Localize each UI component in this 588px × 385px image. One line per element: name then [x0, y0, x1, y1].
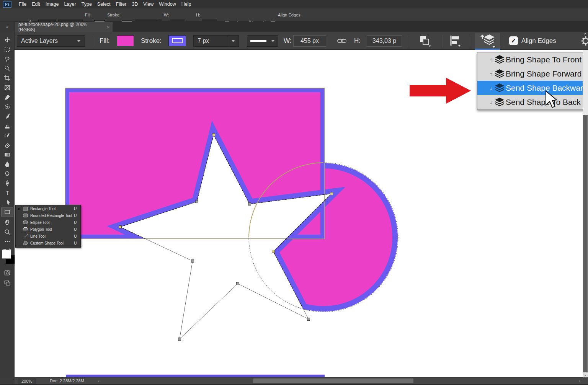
- menu-type[interactable]: Type: [79, 0, 95, 8]
- edit-toolbar-icon[interactable]: [3, 237, 12, 246]
- zoom-level-field[interactable]: 200%: [18, 378, 36, 383]
- tool-bar: T: [0, 32, 15, 378]
- quick-mask-mode-icon[interactable]: [3, 269, 12, 277]
- vertical-scrollbar-thumb[interactable]: [583, 115, 588, 383]
- height-field[interactable]: 343,03 p: [367, 35, 402, 47]
- layer-stack-icon: [494, 83, 505, 95]
- quick-selection-tool[interactable]: [3, 64, 12, 73]
- menu-layer[interactable]: Layer: [61, 0, 78, 8]
- path-alignment-button[interactable]: [446, 34, 466, 48]
- rectangular-marquee-tool[interactable]: [3, 45, 12, 54]
- pen-tool[interactable]: [3, 179, 12, 188]
- blur-tool[interactable]: [3, 160, 12, 168]
- fill-swatch[interactable]: [117, 35, 134, 46]
- hand-tool[interactable]: [3, 218, 12, 227]
- type-tool[interactable]: T: [3, 189, 12, 197]
- tab-close-icon[interactable]: ×: [106, 24, 109, 30]
- crop-tool[interactable]: [3, 74, 12, 82]
- path-selection-tool[interactable]: [3, 198, 12, 207]
- layer-stack-icon: [494, 97, 505, 109]
- menu-select[interactable]: Select: [95, 0, 113, 8]
- width-label: W:: [284, 32, 291, 50]
- height-label: H:: [354, 32, 361, 50]
- fill-label: Fill:: [100, 32, 109, 50]
- menu-image[interactable]: Image: [43, 0, 62, 8]
- layer-stack-icon: [494, 69, 505, 80]
- dodge-tool[interactable]: [3, 170, 12, 178]
- menu-item-send-shape-backward[interactable]: ↓ Send Shape Backward: [477, 81, 588, 95]
- chevron-down-icon: [231, 40, 235, 42]
- clone-stamp-tool[interactable]: [3, 122, 12, 130]
- stroke-width-value: 7 px: [198, 38, 209, 44]
- lasso-tool[interactable]: [3, 55, 12, 63]
- screen-mode-icon[interactable]: [3, 278, 12, 287]
- polygon-icon: [23, 227, 29, 232]
- link-dimensions-icon[interactable]: [337, 38, 346, 46]
- status-chevron-icon[interactable]: ›: [98, 378, 100, 383]
- rounded-rectangle-icon: [23, 213, 29, 218]
- brush-tool[interactable]: [3, 112, 12, 121]
- eraser-tool[interactable]: [3, 141, 12, 149]
- menu-item-bring-shape-to-front[interactable]: ↑ Bring Shape To Front: [477, 52, 588, 67]
- frame-tool[interactable]: [3, 83, 12, 92]
- arrange-dropdown-menu: ↑ Bring Shape To Front ↑ Bring Shape For…: [477, 52, 588, 110]
- menu-3d[interactable]: 3D: [129, 0, 140, 8]
- history-brush-tool[interactable]: [3, 131, 12, 140]
- document-tab[interactable]: ps-tut-tool-shape-20.png @ 200% (RGB/8) …: [15, 22, 113, 32]
- eyedropper-tool[interactable]: [3, 93, 12, 101]
- layer-stack-icon: [494, 55, 505, 66]
- flyout-rounded-rectangle-tool[interactable]: Rounded Rectangle ToolU: [16, 212, 80, 219]
- rectangle-icon: [23, 206, 29, 211]
- document-tab-title: ps-tut-tool-shape-20.png @ 200% (RGB/8): [18, 22, 103, 33]
- photoshop-window: Ps File Edit Image Layer Type Select Fil…: [0, 0, 588, 385]
- toolbar-collapse-button[interactable]: »: [0, 21, 15, 32]
- menu-view[interactable]: View: [140, 0, 156, 8]
- menu-filter[interactable]: Filter: [113, 0, 129, 8]
- selected-bullet: [18, 208, 20, 210]
- path-arrangement-button[interactable]: [475, 33, 500, 49]
- flyout-line-tool[interactable]: Line ToolU: [16, 233, 80, 240]
- menu-item-bring-shape-forward[interactable]: ↑ Bring Shape Forward: [477, 67, 588, 81]
- menu-item-send-shape-to-back[interactable]: ↓ Send Shape To Back: [477, 95, 588, 109]
- gear-icon[interactable]: [578, 36, 588, 48]
- height-label: H:: [196, 8, 200, 21]
- flyout-ellipse-tool[interactable]: Ellipse ToolU: [16, 219, 80, 226]
- flyout-custom-shape-tool[interactable]: Custom Shape ToolU: [16, 240, 80, 246]
- flyout-polygon-tool[interactable]: Polygon ToolU: [16, 226, 80, 233]
- doc-size-info: Doc: 2.28M/2.28M: [50, 378, 84, 383]
- select-mode-dropdown[interactable]: Active Layers: [17, 35, 85, 47]
- zoom-tool[interactable]: [3, 228, 12, 236]
- chevron-down-icon: [271, 40, 275, 42]
- menu-window[interactable]: Window: [156, 0, 178, 8]
- stroke-type-dropdown[interactable]: [247, 35, 278, 47]
- custom-shape-icon: [23, 241, 29, 246]
- scroll-right-arrow-icon[interactable]: ›: [579, 378, 580, 383]
- horizontal-scrollbar-thumb[interactable]: [253, 378, 413, 383]
- gradient-tool[interactable]: [3, 150, 12, 159]
- mouse-cursor: [545, 90, 558, 111]
- stroke-swatch[interactable]: [168, 35, 186, 46]
- menu-help[interactable]: Help: [179, 0, 194, 8]
- menu-file[interactable]: File: [16, 0, 29, 8]
- down-arrow-icon: ↓: [490, 99, 493, 105]
- menu-edit[interactable]: Edit: [29, 0, 43, 8]
- align-edges-checkbox[interactable]: ✓: [509, 36, 518, 45]
- collapse-caret-icon[interactable]: ^: [584, 32, 586, 37]
- foreground-color-swatch[interactable]: [2, 250, 11, 259]
- width-field[interactable]: 455 px: [293, 35, 326, 47]
- width-value: 455 px: [301, 38, 319, 44]
- spot-healing-brush-tool[interactable]: [3, 103, 12, 111]
- stroke-width-field[interactable]: 7 px: [193, 35, 239, 47]
- select-mode-value: Active Layers: [21, 38, 58, 44]
- line-icon: [23, 234, 29, 239]
- flyout-rectangle-tool[interactable]: Rectangle ToolU: [16, 205, 80, 212]
- height-value: 343,03 p: [372, 38, 396, 44]
- menu-items: File Edit Image Layer Type Select Filter…: [16, 0, 194, 8]
- stroke-style-preview: [172, 38, 183, 43]
- path-operations-button[interactable]: [416, 34, 434, 48]
- rectangle-tool[interactable]: [1, 207, 13, 217]
- scroll-down-arrow-icon[interactable]: ⌄: [583, 372, 588, 377]
- vertical-scrollbar[interactable]: ⌄: [583, 50, 588, 377]
- move-tool[interactable]: [3, 36, 12, 44]
- status-bar: 200% Doc: 2.28M/2.28M › ›: [15, 378, 588, 384]
